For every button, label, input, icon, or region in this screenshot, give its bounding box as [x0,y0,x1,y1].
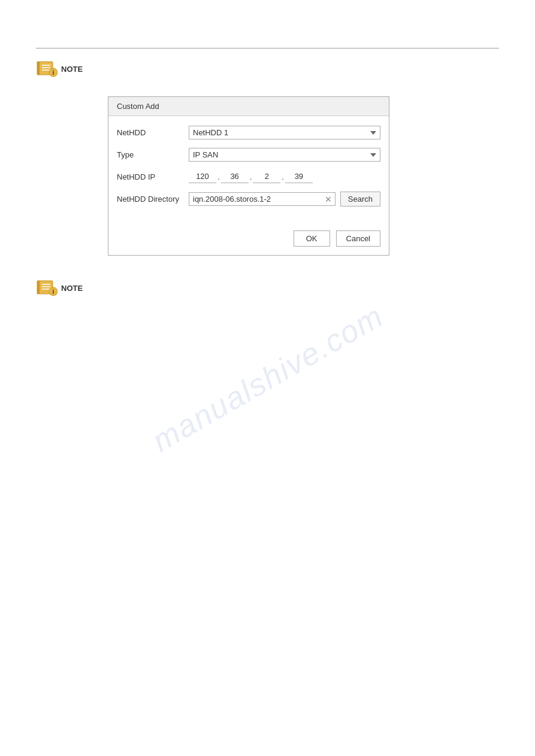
ip-octet-2[interactable] [221,170,249,183]
ip-dot-2: . [250,172,252,181]
nethdd-control: NetHDD 1 NetHDD 2 NetHDD 3 [189,126,380,139]
directory-input-wrapper: ✕ [189,192,335,206]
type-select[interactable]: IP SAN NFS [189,148,380,162]
dialog-wrapper: Custom Add NetHDD NetHDD 1 NetHDD 2 NetH… [108,96,499,256]
top-divider [36,48,499,48]
dialog-footer: OK Cancel [108,224,389,255]
svg-rect-8 [37,281,40,294]
note-label-2: NOTE [61,280,83,297]
note-section-2: i NOTE [36,280,499,297]
nethdd-ip-label: NetHDD IP [117,172,189,181]
ok-button[interactable]: OK [294,230,330,247]
book-icon-2: i [36,280,58,296]
type-control: IP SAN NFS [189,148,380,162]
nethdd-label: NetHDD [117,128,189,137]
ip-octet-3[interactable] [253,170,280,183]
watermark: manualshive.com [146,297,389,459]
nethdd-row: NetHDD NetHDD 1 NetHDD 2 NetHDD 3 [117,126,380,139]
nethdd-directory-row: NetHDD Directory ✕ Search [117,192,380,207]
directory-control: ✕ Search [189,192,380,207]
clear-directory-button[interactable]: ✕ [324,195,333,204]
type-label: Type [117,150,189,159]
ip-dot-3: . [282,172,284,181]
nethdd-directory-label: NetHDD Directory [117,195,189,204]
note-icon-2: i [36,280,58,297]
directory-input[interactable] [189,192,335,206]
ip-dot-1: . [217,172,220,181]
ip-octet-1[interactable] [189,170,216,183]
page-container: manualshive.com i NOTE Cu [0,0,535,756]
cancel-button[interactable]: Cancel [336,230,380,247]
custom-add-dialog: Custom Add NetHDD NetHDD 1 NetHDD 2 NetH… [108,96,389,256]
ip-row: . . . [189,170,313,183]
dialog-title: Custom Add [108,97,389,116]
ip-octet-4[interactable] [285,170,313,183]
note-label-1: NOTE [61,60,83,78]
search-button[interactable]: Search [340,192,380,207]
note-section-1: i NOTE [36,60,499,78]
book-icon-1: i [36,60,58,77]
type-row: Type IP SAN NFS [117,148,380,162]
svg-text:i: i [53,289,55,295]
nethdd-ip-row: NetHDD IP . . . [117,170,380,183]
nethdd-ip-control: . . . [189,170,380,183]
dialog-body: NetHDD NetHDD 1 NetHDD 2 NetHDD 3 Type [108,116,389,224]
svg-rect-1 [37,62,40,75]
note-icon-1: i [36,60,58,78]
svg-text:i: i [53,69,55,76]
nethdd-select[interactable]: NetHDD 1 NetHDD 2 NetHDD 3 [189,126,380,139]
